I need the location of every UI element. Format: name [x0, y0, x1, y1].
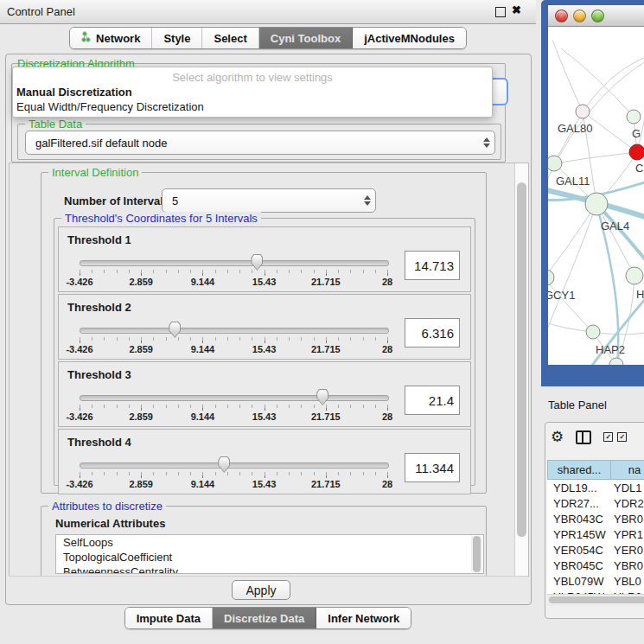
slider-minor-ticks: [80, 270, 388, 273]
apply-button[interactable]: Apply: [232, 580, 290, 600]
slider-handle[interactable]: [316, 389, 328, 405]
network-node[interactable]: [627, 110, 641, 124]
tab-select[interactable]: Select: [202, 28, 258, 48]
slider-handle[interactable]: [218, 456, 230, 473]
top-tabbar: NetworkStyleSelectCyni ToolboxjActiveMNo…: [0, 27, 536, 49]
attributes-title: Attributes to discretize: [48, 500, 166, 513]
scale-tick-label: 9.144: [191, 344, 215, 354]
threshold-value-field[interactable]: 11.344: [405, 453, 460, 482]
network-node[interactable]: [548, 156, 562, 171]
table-horizontal-scrollbar[interactable]: [547, 594, 644, 606]
settings-scroll-area: Interval Definition Number of Intervals …: [9, 163, 529, 577]
threshold-label: Threshold 1: [67, 233, 131, 246]
interval-definition-title: Interval Definition: [48, 166, 142, 179]
minimize-traffic-light[interactable]: [573, 10, 586, 22]
table-data-combobox[interactable]: galFiltered.sif default node: [25, 131, 495, 155]
attributes-scrollbar[interactable]: [471, 536, 482, 572]
threshold-group: Threshold 4 11.344 -3.4262.8599.14415.43…: [58, 429, 471, 494]
scale-tick-label: 9.144: [191, 479, 215, 489]
table-header-row: shared... na: [547, 460, 644, 480]
network-node[interactable]: [548, 270, 554, 285]
table-toolbar: ⚙ ✓ ✓: [551, 430, 627, 444]
algorithm-dropdown-popup: Select algorithm to view settings Manual…: [12, 67, 493, 118]
spinner-arrows-icon: [479, 137, 494, 148]
network-window-titlebar: [548, 5, 644, 27]
table-data-title: Table Data: [25, 118, 86, 131]
close-icon[interactable]: ✖: [512, 3, 521, 16]
attributes-listbox[interactable]: SelfLoopsTopologicalCoefficientBetweenne…: [55, 534, 484, 574]
threshold-value-field[interactable]: 14.713: [405, 251, 460, 280]
threshold-value-field[interactable]: 6.316: [405, 318, 460, 348]
network-node[interactable]: [629, 144, 644, 160]
scale-tick-label: 21.715: [311, 411, 341, 422]
scale-tick-label: 2.859: [129, 479, 153, 489]
menu-item-equal-width-frequency[interactable]: Equal Width/Frequency Discretization: [16, 100, 204, 113]
columns-icon[interactable]: [576, 430, 591, 444]
table-panel-title: Table Panel: [548, 399, 607, 411]
scale-tick-label: -3.426: [66, 411, 92, 422]
num-intervals-value: 5: [163, 194, 360, 207]
table-row[interactable]: YBL079WYBL0: [547, 573, 644, 589]
table-row[interactable]: YPR145WYPR1: [547, 526, 644, 542]
panel-title: Control Panel: [7, 5, 75, 18]
node-label: GAL80: [558, 122, 592, 135]
float-window-icon[interactable]: [495, 7, 506, 17]
apply-bar: Apply: [9, 576, 527, 603]
scale-tick-label: 28: [382, 344, 392, 354]
threshold-label: Threshold 3: [67, 368, 131, 381]
table-row[interactable]: YDR27...YDR2: [547, 495, 644, 511]
network-canvas[interactable]: GAL80GCGAL11GAL4GCY1HHAP2: [548, 27, 644, 365]
table-row[interactable]: YBR043CYBR0: [547, 511, 644, 526]
tab-impute-data[interactable]: Impute Data: [125, 608, 213, 628]
slider-handle[interactable]: [251, 254, 263, 271]
slider-track[interactable]: [80, 328, 389, 334]
table-panel: ⚙ ✓ ✓ shared... na YDL19...YDL1YDR27...Y…: [545, 422, 644, 619]
tab-network[interactable]: Network: [70, 28, 152, 48]
column-header-shared[interactable]: shared...: [547, 460, 610, 480]
attribute-item[interactable]: SelfLoops: [56, 535, 483, 550]
network-node[interactable]: [585, 193, 608, 215]
network-node[interactable]: [626, 267, 643, 284]
scale-tick-label: -3.426: [66, 277, 92, 287]
table-row[interactable]: YER054CYER0: [547, 542, 644, 558]
scale-tick-label: 21.715: [311, 344, 341, 354]
popup-placeholder: Select algorithm to view settings: [13, 71, 492, 84]
slider-handle[interactable]: [169, 322, 181, 338]
close-traffic-light[interactable]: [555, 10, 568, 22]
scale-tick-label: 15.43: [252, 277, 277, 287]
settings-scrollbar[interactable]: [514, 163, 528, 576]
checkbox-icon[interactable]: ✓: [603, 432, 613, 442]
node-label: G: [632, 127, 641, 140]
attributes-section: Attributes to discretize Numerical Attri…: [41, 506, 487, 577]
checkbox-icon[interactable]: ✓: [617, 432, 627, 442]
network-node[interactable]: [586, 325, 600, 339]
bottom-tabbar: Impute DataDiscretize DataInfer Network: [0, 607, 536, 628]
table-row[interactable]: YDL19...YDL1: [547, 480, 644, 495]
thresholds-title: Threshold's Coordinates for 5 Intervals: [61, 212, 261, 225]
thresholds-section: Threshold's Coordinates for 5 Intervals …: [54, 218, 475, 486]
column-header-name[interactable]: na: [610, 460, 644, 480]
zoom-traffic-light[interactable]: [591, 10, 604, 22]
slider-track[interactable]: [80, 260, 389, 266]
gear-icon[interactable]: ⚙: [551, 430, 564, 444]
table-data-section: Table Data galFiltered.sif default node: [17, 124, 501, 160]
scale-tick-label: 2.859: [129, 411, 153, 422]
menu-item-manual-discretization[interactable]: Manual Discretization: [16, 86, 132, 99]
threshold-value-field[interactable]: 21.4: [405, 386, 460, 415]
num-intervals-combobox[interactable]: 5: [162, 188, 376, 213]
attribute-item[interactable]: BetweennessCentrality: [56, 564, 483, 574]
tab-jactivemnodules[interactable]: jActiveMNodules: [353, 28, 466, 48]
network-node[interactable]: [576, 105, 590, 118]
node-label: GCY1: [548, 289, 575, 302]
tab-discretize-data[interactable]: Discretize Data: [213, 608, 316, 628]
table-row[interactable]: YBR045CYBR0: [547, 558, 644, 573]
slider-track[interactable]: [80, 395, 389, 401]
attribute-item[interactable]: TopologicalCoefficient: [56, 550, 483, 564]
tab-cyni-toolbox[interactable]: Cyni Toolbox: [259, 28, 353, 48]
threshold-label: Threshold 2: [67, 301, 131, 314]
network-nodes: [548, 105, 644, 365]
slider-track[interactable]: [80, 462, 389, 469]
tab-infer-network[interactable]: Infer Network: [316, 608, 411, 628]
tab-style[interactable]: Style: [152, 28, 202, 48]
scale-tick-label: 15.43: [252, 411, 277, 422]
